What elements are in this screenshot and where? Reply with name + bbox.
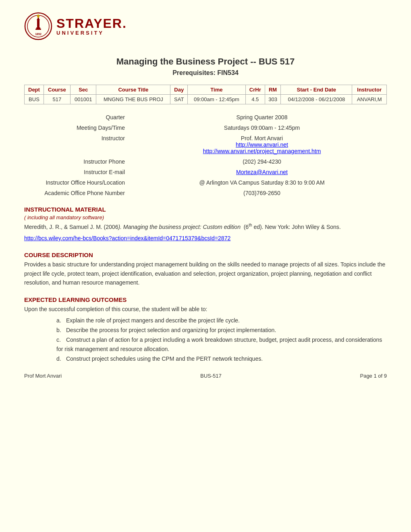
- list-item: a. Explain the role of project mangers a…: [56, 316, 387, 326]
- cell-rm: 303: [265, 95, 281, 104]
- col-course: Course: [44, 85, 70, 95]
- col-instructor: Instructor: [352, 85, 387, 95]
- col-time: Time: [188, 85, 246, 95]
- info-row-quarter: Quarter Spring Quarter 2008: [24, 114, 387, 121]
- col-sec: Sec: [70, 85, 96, 95]
- cell-crhr: 4.5: [245, 95, 265, 104]
- value-instructor: Prof. Mort Anvari http://www.anvari.net …: [137, 135, 387, 154]
- info-section: Quarter Spring Quarter 2008 Meeting Days…: [24, 114, 387, 196]
- value-phone: (202) 294-4230: [137, 158, 387, 165]
- col-rm: RM: [265, 85, 281, 95]
- page-title: Managing the Business Project -- BUS 517: [24, 56, 387, 67]
- cell-dept: BUS: [25, 95, 44, 104]
- learning-outcomes-list: a. Explain the role of project mangers a…: [24, 316, 387, 364]
- instructor-url1[interactable]: http://www.anvari.net: [137, 141, 387, 148]
- page-header: 1892 STRAYER. UNIVERSITY: [24, 8, 387, 48]
- col-dates: Start - End Date: [281, 85, 352, 95]
- cell-course: 517: [44, 95, 70, 104]
- info-row-phone: Instructor Phone (202) 294-4230: [24, 158, 387, 165]
- page-prerequisites: Prerequisites: FIN534: [24, 69, 387, 77]
- label-academic-phone: Academic Office Phone Number: [24, 190, 137, 196]
- instructor-url2[interactable]: http://www.anvari.net/project_management…: [137, 148, 387, 154]
- course-description-heading: COURSE DESCRIPTION: [24, 251, 387, 258]
- svg-rect-5: [35, 29, 41, 30]
- label-instructor: Instructor: [24, 135, 137, 141]
- info-row-email: Instructor E-mail Morteza@Anvari.net: [24, 169, 387, 175]
- col-crhr: CrHr: [245, 85, 265, 95]
- svg-point-6: [37, 15, 39, 18]
- value-email[interactable]: Morteza@Anvari.net: [137, 169, 387, 175]
- logo-container: 1892 STRAYER. UNIVERSITY: [24, 12, 127, 40]
- value-academic-phone: (703)769-2650: [137, 190, 387, 196]
- table-header-row: Dept Course Sec Course Title Day Time Cr…: [25, 85, 387, 95]
- col-day: Day: [170, 85, 188, 95]
- course-table: Dept Course Sec Course Title Day Time Cr…: [24, 85, 387, 104]
- svg-rect-2: [37, 20, 39, 27]
- label-quarter: Quarter: [24, 114, 137, 121]
- instructional-subheading: ( including all mandatory software): [24, 214, 387, 220]
- col-dept: Dept: [25, 85, 44, 95]
- instructional-material-section: INSTRUCTIONAL MATERIAL ( including all m…: [24, 206, 387, 243]
- label-email: Instructor E-mail: [24, 169, 137, 175]
- instructor-name: Prof. Mort Anvari: [137, 135, 387, 141]
- footer-right: Page 1 of 9: [360, 373, 387, 379]
- course-description-section: COURSE DESCRIPTION Provides a basic stru…: [24, 251, 387, 287]
- page-footer: Prof Mort Anvari BUS-517 Page 1 of 9: [24, 373, 387, 379]
- value-office: @ Arlington VA Campus Saturday 8:30 to 9…: [137, 179, 387, 186]
- instructional-url[interactable]: http://bcs.wiley.com/he-bcs/Books?action…: [24, 234, 387, 243]
- list-item: d. Construct project schedules using the…: [56, 354, 387, 364]
- cell-day: SAT: [170, 95, 188, 104]
- cell-title: MNGNG THE BUS PROJ: [96, 95, 170, 104]
- learning-outcomes-intro: Upon the successful completion of this c…: [24, 305, 387, 314]
- info-row-academic-phone: Academic Office Phone Number (703)769-26…: [24, 190, 387, 196]
- list-item: b. Describe the process for project sele…: [56, 326, 387, 335]
- info-row-meeting: Meeting Days/Time Saturdays 09:00am - 12…: [24, 125, 387, 131]
- footer-left: Prof Mort Anvari: [24, 373, 62, 379]
- svg-text:1892: 1892: [35, 33, 42, 35]
- cell-sec: 001001: [70, 95, 96, 104]
- course-description-text: Provides a basic structure for understan…: [24, 260, 387, 287]
- list-item: c. Construct a plan of action for a proj…: [56, 335, 387, 355]
- cell-instructor-name: ANVARI,M: [352, 95, 387, 104]
- label-meeting: Meeting Days/Time: [24, 125, 137, 131]
- svg-rect-4: [36, 27, 40, 29]
- strayer-logo-icon: 1892: [24, 12, 52, 40]
- logo-strayer-text: STRAYER.: [56, 17, 127, 30]
- learning-outcomes-section: EXPECTED LEARNING OUTCOMES Upon the succ…: [24, 296, 387, 364]
- table-row: BUS 517 001001 MNGNG THE BUS PROJ SAT 09…: [25, 95, 387, 104]
- footer-center: BUS-517: [200, 373, 222, 379]
- cell-dates: 04/12/2008 - 06/21/2008: [281, 95, 352, 104]
- info-row-office: Instructor Office Hours/Location @ Arlin…: [24, 179, 387, 186]
- learning-outcomes-heading: EXPECTED LEARNING OUTCOMES: [24, 296, 387, 303]
- cell-time: 09:00am - 12:45pm: [188, 95, 246, 104]
- value-meeting: Saturdays 09:00am - 12:45pm: [137, 125, 387, 131]
- instructional-citation: Meredith, J. R., & Samuel J. M. (2006). …: [24, 222, 387, 231]
- label-phone: Instructor Phone: [24, 158, 137, 165]
- instructional-heading: INSTRUCTIONAL MATERIAL: [24, 206, 387, 213]
- info-row-instructor: Instructor Prof. Mort Anvari http://www.…: [24, 135, 387, 154]
- col-course-title: Course Title: [96, 85, 170, 95]
- logo-text: STRAYER. UNIVERSITY: [56, 17, 127, 36]
- logo-university-text: UNIVERSITY: [56, 30, 127, 36]
- label-office: Instructor Office Hours/Location: [24, 179, 137, 186]
- value-quarter: Spring Quarter 2008: [137, 114, 387, 121]
